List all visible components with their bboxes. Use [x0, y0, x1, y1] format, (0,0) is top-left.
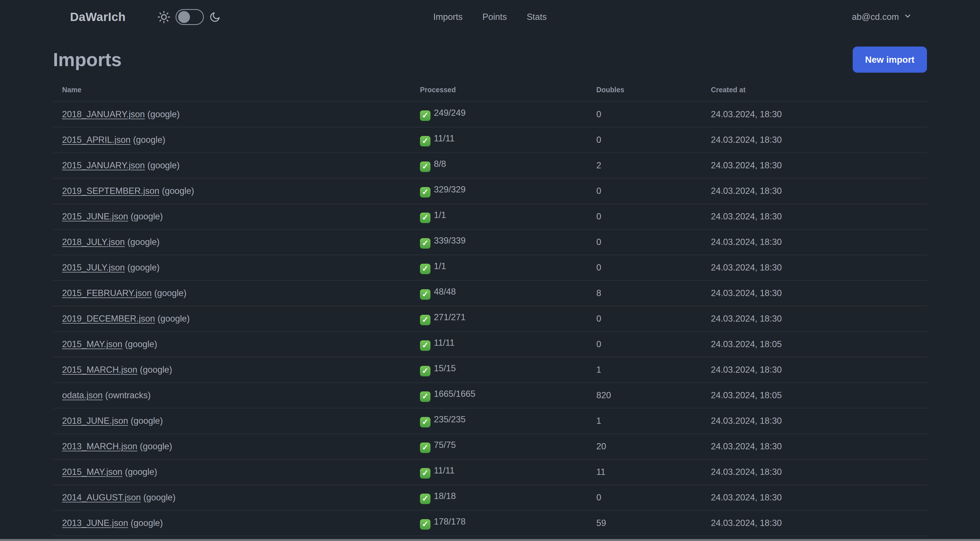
doubles-count: 0: [587, 102, 702, 127]
success-check-icon: ✓: [420, 391, 430, 402]
doubles-count: 59: [587, 510, 702, 536]
processed-cell: ✓178/178: [411, 510, 587, 536]
import-file-link[interactable]: 2018_JUNE.json: [62, 416, 128, 426]
name-cell: 2015_JUNE.json(google): [53, 204, 411, 229]
nav-link-imports[interactable]: Imports: [433, 12, 463, 22]
import-file-link[interactable]: 2015_JANUARY.json: [62, 160, 145, 170]
import-source-label: (google): [154, 288, 186, 298]
table-row: 2015_JULY.json(google) ✓1/1 0 24.03.2024…: [53, 255, 927, 281]
created-at: 24.03.2024, 18:30: [702, 281, 927, 306]
import-file-link[interactable]: 2015_MARCH.json: [62, 365, 137, 375]
table-row: 2015_FEBRUARY.json(google) ✓48/48 8 24.0…: [53, 281, 927, 306]
import-source-label: (google): [148, 160, 180, 170]
processed-count: 48/48: [434, 287, 456, 297]
import-file-link[interactable]: 2015_JUNE.json: [62, 211, 128, 222]
col-header-processed: Processed: [411, 81, 587, 102]
nav-link-points[interactable]: Points: [482, 12, 507, 22]
created-at: 24.03.2024, 18:30: [702, 459, 927, 485]
doubles-count: 8: [587, 281, 702, 306]
import-file-link[interactable]: 2015_APRIL.json: [62, 135, 130, 145]
table-row: 2018_JANUARY.json(google) ✓249/249 0 24.…: [53, 102, 927, 127]
table-row: 2019_SEPTEMBER.json(google) ✓329/329 0 2…: [53, 178, 927, 204]
processed-cell: ✓75/75: [411, 434, 587, 459]
processed-cell: ✓271/271: [411, 306, 587, 332]
page-title: Imports: [53, 49, 122, 70]
created-at: 24.03.2024, 18:30: [702, 204, 927, 229]
processed-cell: ✓15/15: [411, 357, 587, 383]
import-file-link[interactable]: 2018_JULY.json: [62, 237, 125, 247]
import-file-link[interactable]: 2019_SEPTEMBER.json: [62, 186, 159, 196]
import-file-link[interactable]: 2013_MARCH.json: [62, 441, 137, 451]
table-row: 2015_APRIL.json(google) ✓11/11 0 24.03.2…: [53, 127, 927, 153]
doubles-count: 11: [587, 459, 702, 485]
import-file-link[interactable]: 2014_AUGUST.json: [62, 493, 141, 503]
user-email: ab@cd.com: [852, 12, 899, 22]
name-cell: 2013_MARCH.json(google): [53, 434, 411, 459]
import-source-label: (google): [131, 211, 163, 222]
user-menu[interactable]: ab@cd.com: [852, 12, 912, 22]
processed-count: 178/178: [434, 517, 466, 527]
table-row: 2013_MARCH.json(google) ✓75/75 20 24.03.…: [53, 434, 927, 459]
created-at: 24.03.2024, 18:30: [702, 510, 927, 536]
doubles-count: 0: [587, 306, 702, 332]
new-import-button[interactable]: New import: [853, 46, 927, 73]
theme-switch[interactable]: [175, 9, 204, 25]
name-cell: 2015_APRIL.json(google): [53, 127, 411, 153]
created-at: 24.03.2024, 18:05: [702, 332, 927, 357]
table-row: odata.json(owntracks) ✓1665/1665 820 24.…: [53, 383, 927, 408]
app-logo[interactable]: DaWarIch: [70, 10, 126, 24]
import-file-link[interactable]: 2015_JULY.json: [62, 263, 125, 273]
processed-cell: ✓48/48: [411, 281, 587, 306]
name-cell: 2018_JUNE.json(google): [53, 408, 411, 434]
name-cell: 2018_JULY.json(google): [53, 229, 411, 255]
nav-link-stats[interactable]: Stats: [527, 12, 547, 22]
success-check-icon: ✓: [420, 110, 430, 121]
doubles-count: 2: [587, 153, 702, 178]
success-check-icon: ✓: [420, 212, 430, 223]
table-row: 2018_JUNE.json(google) ✓235/235 1 24.03.…: [53, 408, 927, 434]
created-at: 24.03.2024, 18:30: [702, 127, 927, 153]
created-at: 24.03.2024, 18:30: [702, 306, 927, 332]
success-check-icon: ✓: [420, 238, 430, 249]
import-file-link[interactable]: odata.json: [62, 390, 103, 400]
import-file-link[interactable]: 2015_MAY.json: [62, 339, 123, 349]
success-check-icon: ✓: [420, 315, 430, 325]
created-at: 24.03.2024, 18:30: [702, 357, 927, 383]
table-row: 2015_MARCH.json(google) ✓15/15 1 24.03.2…: [53, 357, 927, 383]
processed-count: 8/8: [434, 159, 446, 169]
import-source-label: (google): [140, 365, 172, 375]
col-header-created-at: Created at: [702, 81, 927, 102]
processed-count: 1/1: [434, 210, 446, 220]
import-source-label: (owntracks): [105, 390, 151, 400]
created-at: 24.03.2024, 18:30: [702, 178, 927, 204]
processed-cell: ✓11/11: [411, 332, 587, 357]
created-at: 24.03.2024, 18:30: [702, 434, 927, 459]
processed-cell: ✓339/339: [411, 229, 587, 255]
doubles-count: 0: [587, 127, 702, 153]
processed-count: 75/75: [434, 440, 456, 450]
processed-count: 11/11: [434, 133, 455, 143]
created-at: 24.03.2024, 18:30: [702, 485, 927, 510]
processed-cell: ✓1/1: [411, 204, 587, 229]
name-cell: odata.json(owntracks): [53, 383, 411, 408]
import-file-link[interactable]: 2015_MAY.json: [62, 467, 123, 477]
doubles-count: 0: [587, 178, 702, 204]
import-file-link[interactable]: 2019_DECEMBER.json: [62, 314, 155, 324]
success-check-icon: ✓: [420, 264, 430, 274]
theme-switch-knob: [178, 11, 190, 23]
name-cell: 2015_MAY.json(google): [53, 459, 411, 485]
success-check-icon: ✓: [420, 136, 430, 147]
bottom-edge-strip: [0, 539, 980, 541]
col-header-doubles: Doubles: [587, 81, 702, 102]
import-file-link[interactable]: 2018_JANUARY.json: [62, 109, 145, 119]
created-at: 24.03.2024, 18:30: [702, 153, 927, 178]
name-cell: 2019_DECEMBER.json(google): [53, 306, 411, 332]
success-check-icon: ✓: [420, 442, 430, 453]
import-file-link[interactable]: 2013_JUNE.json: [62, 518, 128, 528]
import-source-label: (google): [131, 416, 163, 426]
processed-cell: ✓249/249: [411, 102, 587, 127]
name-cell: 2015_FEBRUARY.json(google): [53, 281, 411, 306]
table-row: 2015_JANUARY.json(google) ✓8/8 2 24.03.2…: [53, 153, 927, 178]
created-at: 24.03.2024, 18:30: [702, 408, 927, 434]
import-file-link[interactable]: 2015_FEBRUARY.json: [62, 288, 152, 298]
